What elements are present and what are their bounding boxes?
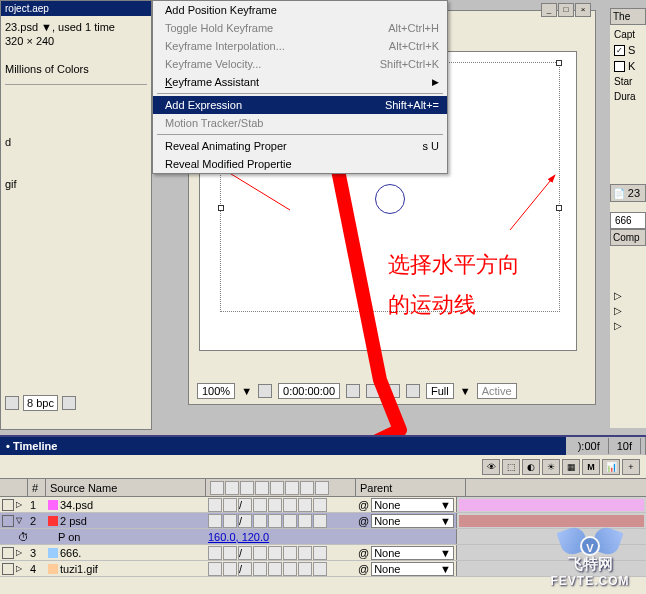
twirl-icon[interactable]: ▷ [610,318,646,333]
project-psd-line: 23.psd ▼, used 1 time [5,20,147,34]
menu-toggle-hold-keyframe: Toggle Hold KeyframeAlt+Ctrl+H [153,19,447,37]
project-dims: 320 × 240 [5,34,147,48]
res-chevron-icon[interactable]: ▼ [460,385,471,397]
maximize-button[interactable]: □ [558,3,574,17]
channel-icon[interactable] [366,384,380,398]
parent-dropdown[interactable]: None▼ [371,514,454,528]
minimize-button[interactable]: _ [541,3,557,17]
twirl-icon[interactable]: ▷ [16,564,26,573]
pickwhip-icon[interactable]: @ [358,499,369,511]
label-k: K [628,60,635,72]
layer-handle-tr[interactable] [556,60,562,66]
menu-keyframe-velocity: Keyframe Velocity...Shift+Ctrl+K [153,55,447,73]
layer-name[interactable]: 34.psd [60,499,93,511]
layer-handle-mr[interactable] [556,205,562,211]
visibility-icon[interactable] [2,499,14,511]
layer-row[interactable]: ▷ 3 666. / @None▼ [0,545,646,561]
resolution-dropdown[interactable]: Full [426,383,454,399]
menu-keyframe-interpolation: Keyframe Interpolation...Alt+Ctrl+K [153,37,447,55]
bpc-readout[interactable]: 8 bpc [23,395,58,411]
trash-icon[interactable] [62,396,76,410]
folder-icon[interactable] [5,396,19,410]
position-value[interactable]: 160.0, 120.0 [206,529,356,544]
parent-dropdown[interactable]: None▼ [371,546,454,560]
layer-bar[interactable] [459,515,644,527]
stopwatch-icon[interactable]: ⏱ [18,531,29,543]
checkbox-k[interactable] [614,61,625,72]
shy-icon[interactable]: 👁 [482,459,500,475]
start-label: Star [610,74,646,89]
anchor-point-icon[interactable] [370,179,410,219]
capture-label: Capt [610,27,646,42]
layer-name[interactable]: 2 psd [60,515,87,527]
submenu-arrow-icon: ▶ [432,77,439,87]
active-camera[interactable]: Active [477,383,517,399]
switches-icon[interactable]: ⬚ [502,459,520,475]
project-item-gif[interactable]: gif [5,177,147,191]
visibility-icon[interactable] [2,563,14,575]
visibility-icon[interactable] [2,515,14,527]
tab-comp[interactable]: Comp [610,229,646,246]
annotation-line2: 的运动线 [388,290,476,320]
time-ruler[interactable]: ):00f 10f [566,437,646,455]
layer-row[interactable]: ▽ 2 2 psd / @None▼ [0,513,646,529]
project-colors: Millions of Colors [5,62,147,76]
mode-m-button[interactable]: M [582,459,600,475]
property-name[interactable]: P on [58,531,80,543]
menu-reveal-animating[interactable]: Reveal Animating Propers U [153,137,447,155]
menu-reveal-modified[interactable]: Reveal Modified Propertie [153,155,447,173]
safezone-icon[interactable] [258,384,272,398]
layer-color-icon [48,548,58,558]
layer-row[interactable]: ▷ 4 tuzi1.gif / @None▼ [0,561,646,577]
twirl-icon[interactable]: ▽ [16,516,26,525]
zoom-in-icon[interactable]: + [622,459,640,475]
duration-label: Dura [610,89,646,104]
alpha-icon[interactable] [406,384,420,398]
layer-index: 2 [28,513,46,528]
pickwhip-icon[interactable]: @ [358,563,369,575]
layer-name[interactable]: tuzi1.gif [60,563,98,575]
animation-context-menu: Add Position Keyframe Toggle Hold Keyfra… [152,0,448,174]
twirl-icon[interactable]: ▷ [610,288,646,303]
col-parent: Parent [356,479,466,496]
field-666[interactable]: 666 [610,212,646,229]
timeline-layers: ▷ 1 34.psd / @None▼ ▽ 2 2 psd / @None▼ ⏱… [0,497,646,577]
timeline-title: • Timeline [0,437,646,455]
zoom-chevron-icon[interactable]: ▼ [241,385,252,397]
timecode-readout[interactable]: 0:00:00:00 [278,383,340,399]
twirl-icon[interactable]: ▷ [16,548,26,557]
parent-dropdown[interactable]: None▼ [371,562,454,576]
frame-blend-icon[interactable]: ◐ [522,459,540,475]
zoom-dropdown[interactable]: 100% [197,383,235,399]
layer-color-icon [48,564,58,574]
project-item-23[interactable]: 📄 23 [610,184,646,202]
rgb-icon[interactable] [386,384,400,398]
project-title: roject.aep [1,1,151,16]
twirl-icon[interactable]: ▷ [16,500,26,509]
layer-bar[interactable] [459,499,644,511]
col-number: # [28,479,46,496]
pickwhip-icon[interactable]: @ [358,547,369,559]
pickwhip-icon[interactable]: @ [358,515,369,527]
project-item-d[interactable]: d [5,135,147,149]
layer-row[interactable]: ▷ 1 34.psd / @None▼ [0,497,646,513]
close-button[interactable]: × [575,3,591,17]
twirl-icon[interactable]: ▷ [610,303,646,318]
snapshot-icon[interactable] [346,384,360,398]
col-av [0,479,28,496]
graph-icon[interactable]: 📊 [602,459,620,475]
menu-keyframe-assistant[interactable]: KKeyframe Assistanteyframe Assistant▶ [153,73,447,91]
annotation-line1: 选择水平方向 [388,250,520,280]
checkbox-s[interactable]: ✓ [614,45,625,56]
menu-add-position-keyframe[interactable]: Add Position Keyframe [153,1,447,19]
property-row[interactable]: ⏱ P on 160.0, 120.0 [0,529,646,545]
layer-name[interactable]: 666. [60,547,81,559]
3d-icon[interactable]: ▦ [562,459,580,475]
col-source-name[interactable]: Source Name [46,479,206,496]
tab-the[interactable]: The [610,8,646,25]
menu-add-expression[interactable]: Add ExpressionShift+Alt+= [153,96,447,114]
visibility-icon[interactable] [2,547,14,559]
motion-blur-icon[interactable]: ☀ [542,459,560,475]
parent-dropdown[interactable]: None▼ [371,498,454,512]
layer-handle-ml[interactable] [218,205,224,211]
